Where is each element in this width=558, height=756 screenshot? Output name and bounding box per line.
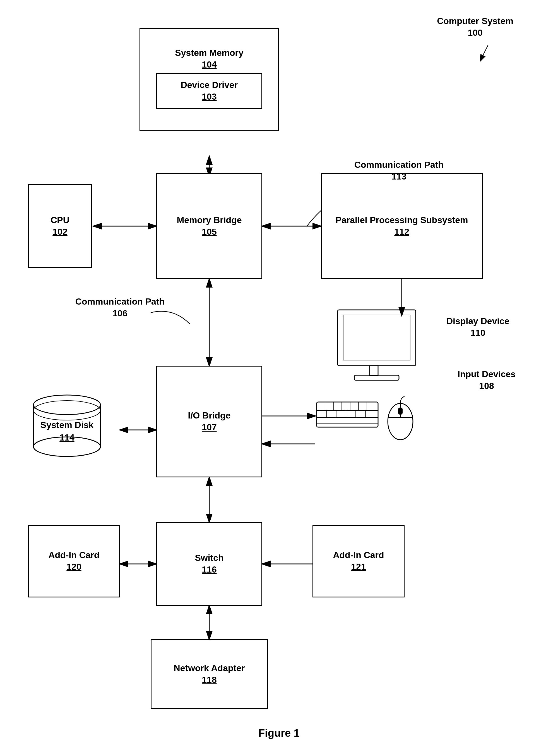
input-devices-label: Input Devices 108	[458, 368, 515, 392]
system-disk: System Disk 114	[28, 383, 106, 461]
svg-point-41	[33, 395, 100, 415]
system-memory-box: System Memory 104 Device Driver 103	[140, 28, 279, 131]
add-in-card-121-box: Add-In Card 121	[312, 525, 405, 598]
figure-label: Figure 1	[258, 727, 300, 739]
svg-rect-16	[343, 315, 410, 360]
comm-path-106-label: Communication Path 106	[75, 296, 164, 319]
parallel-processing-box: Parallel Processing Subsystem 112	[321, 173, 483, 279]
network-adapter-box: Network Adapter 118	[151, 639, 268, 709]
svg-rect-15	[337, 310, 416, 366]
add-in-card-120-box: Add-In Card 120	[28, 525, 120, 598]
cpu-box: CPU 102	[28, 184, 92, 268]
switch-box: Switch 116	[156, 522, 262, 606]
memory-bridge-box: Memory Bridge 105	[156, 173, 262, 279]
monitor-svg	[329, 307, 430, 391]
svg-rect-18	[354, 375, 399, 380]
svg-line-14	[480, 45, 488, 62]
comm-path-113-label: Communication Path 113	[354, 159, 443, 182]
display-device-label: Display Device 110	[447, 315, 509, 339]
svg-rect-37	[398, 408, 403, 415]
computer-system-arrow	[480, 45, 513, 67]
device-driver-box: Device Driver 103	[156, 73, 262, 109]
mouse-icon	[385, 396, 418, 442]
computer-system-label: Computer System 100	[437, 15, 513, 39]
display-device	[329, 307, 430, 392]
svg-rect-17	[370, 366, 378, 375]
keyboard-icon	[315, 396, 394, 431]
io-bridge-box: I/O Bridge 107	[156, 366, 262, 478]
diagram: Computer System 100 System Memory 104 De…	[0, 0, 558, 756]
